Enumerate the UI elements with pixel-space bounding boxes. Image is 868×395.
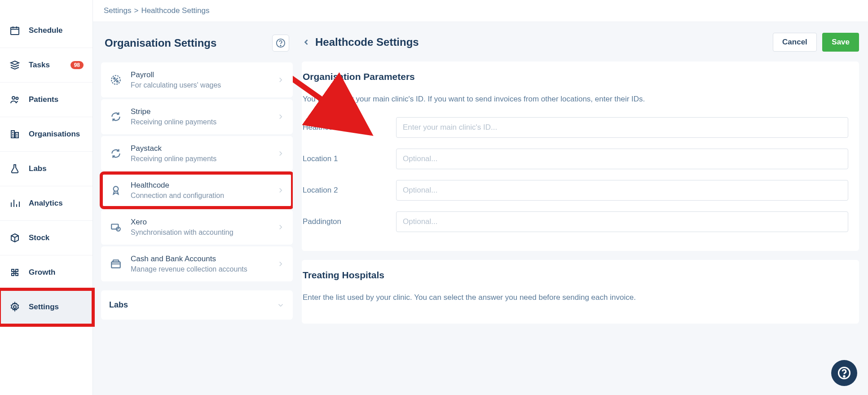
main: Settings > Healthcode Settings Organisat… bbox=[93, 0, 868, 395]
badge-icon bbox=[109, 184, 123, 197]
settings-card-paystack[interactable]: Paystack Receiving online payments bbox=[101, 136, 293, 171]
card-title: Healthcode bbox=[131, 181, 277, 190]
card-title: Payroll bbox=[131, 70, 277, 79]
breadcrumb-sep: > bbox=[134, 6, 138, 15]
card-subtitle: Connection and configuration bbox=[131, 192, 277, 200]
sidebar-item-tasks[interactable]: Tasks 98 bbox=[0, 48, 93, 83]
help-fab[interactable] bbox=[831, 360, 857, 386]
panel-hint: You must enter your main clinic's ID. If… bbox=[303, 95, 848, 104]
tasks-badge: 98 bbox=[70, 61, 84, 69]
breadcrumb: Settings > Healthcode Settings bbox=[93, 0, 868, 22]
refresh-icon bbox=[109, 147, 123, 160]
settings-card-cash-bank[interactable]: Cash and Bank Accounts Manage revenue co… bbox=[101, 246, 293, 281]
refresh-icon bbox=[109, 110, 123, 123]
sidebar-item-label: Settings bbox=[29, 303, 59, 312]
card-title: Stripe bbox=[131, 107, 277, 116]
sidebar-item-label: Tasks bbox=[29, 61, 50, 70]
panel-heading: Organisation Parameters bbox=[302, 61, 859, 86]
page-title: Healthcode Settings bbox=[315, 36, 419, 48]
panel-heading: Treating Hospitals bbox=[302, 260, 859, 284]
wallet-icon bbox=[109, 257, 123, 271]
people-icon bbox=[9, 94, 21, 105]
sidebar-item-label: Schedule bbox=[29, 26, 63, 35]
save-button[interactable]: Save bbox=[822, 33, 859, 52]
card-subtitle: Receiving online payments bbox=[131, 118, 277, 126]
sidebar-item-label: Analytics bbox=[29, 199, 63, 208]
settings-card-xero[interactable]: Xero Synchronisation with accounting bbox=[101, 210, 293, 245]
field-label: Location 1 bbox=[303, 154, 396, 163]
sidebar-item-analytics[interactable]: Analytics bbox=[0, 186, 93, 221]
settings-card-healthcode[interactable]: Healthcode Connection and configuration bbox=[101, 173, 293, 208]
org-settings-title: Organisation Settings bbox=[105, 37, 216, 49]
sidebar-item-label: Organisations bbox=[29, 130, 80, 139]
calendar-icon bbox=[9, 25, 21, 36]
percent-icon bbox=[109, 73, 123, 87]
sidebar-item-organisations[interactable]: Organisations bbox=[0, 117, 93, 152]
field-label: Paddington bbox=[303, 217, 396, 226]
location-1-input[interactable] bbox=[396, 149, 848, 169]
chevron-right-icon bbox=[277, 76, 285, 84]
card-title: Cash and Bank Accounts bbox=[131, 255, 277, 263]
chevron-right-icon bbox=[277, 260, 285, 268]
stack-icon bbox=[9, 59, 21, 71]
svg-point-1 bbox=[12, 97, 15, 99]
section-labs[interactable]: Labs bbox=[101, 290, 293, 320]
sidebar-item-label: Growth bbox=[29, 268, 56, 277]
chevron-right-icon bbox=[277, 223, 285, 231]
field-label: Location 2 bbox=[303, 186, 396, 195]
box-icon bbox=[9, 232, 21, 244]
svg-point-5 bbox=[13, 306, 16, 308]
svg-point-2 bbox=[16, 97, 18, 100]
sidebar-item-label: Patients bbox=[29, 95, 58, 104]
card-subtitle: For calculating users' wages bbox=[131, 81, 277, 89]
svg-rect-12 bbox=[111, 224, 118, 229]
chevron-right-icon bbox=[277, 113, 285, 121]
panel-organisation-parameters: Organisation Parameters You must enter y… bbox=[302, 61, 859, 251]
sidebar-item-settings[interactable]: Settings bbox=[0, 290, 93, 325]
sidebar-item-growth[interactable]: Growth bbox=[0, 255, 93, 290]
puzzle-icon bbox=[9, 267, 21, 278]
svg-rect-0 bbox=[11, 27, 19, 35]
settings-card-stripe[interactable]: Stripe Receiving online payments bbox=[101, 99, 293, 134]
location-2-input[interactable] bbox=[396, 180, 848, 201]
healthcode-id-input[interactable] bbox=[396, 117, 848, 138]
sidebar-item-patients[interactable]: Patients bbox=[0, 83, 93, 117]
field-label: Healthcode ID bbox=[303, 123, 396, 132]
card-title: Paystack bbox=[131, 144, 277, 153]
card-subtitle: Synchronisation with accounting bbox=[131, 228, 277, 237]
card-title: Xero bbox=[131, 218, 277, 227]
sidebar-item-label: Labs bbox=[29, 164, 47, 173]
svg-rect-14 bbox=[111, 262, 120, 268]
chevron-right-icon bbox=[277, 149, 285, 158]
paddington-input[interactable] bbox=[396, 211, 848, 232]
cancel-button[interactable]: Cancel bbox=[773, 33, 817, 52]
svg-point-17 bbox=[844, 376, 845, 377]
svg-point-11 bbox=[114, 186, 119, 191]
card-subtitle: Manage revenue collection accounts bbox=[131, 265, 277, 273]
settings-list-column: Organisation Settings Payroll For calcul… bbox=[93, 22, 293, 395]
flask-icon bbox=[9, 163, 21, 175]
breadcrumb-current: Healthcode Settings bbox=[141, 6, 209, 15]
sidebar-item-labs[interactable]: Labs bbox=[0, 152, 93, 186]
chevron-right-icon bbox=[277, 186, 285, 194]
panel-hint: Enter the list used by your clinic. You … bbox=[303, 293, 848, 302]
sidebar-item-stock[interactable]: Stock bbox=[0, 221, 93, 255]
bar-chart-icon bbox=[9, 198, 21, 209]
sync-icon bbox=[109, 220, 123, 234]
chevron-down-icon bbox=[277, 301, 285, 309]
gear-icon bbox=[9, 301, 21, 313]
panel-treating-hospitals: Treating Hospitals Enter the list used b… bbox=[302, 260, 859, 324]
section-labs-label: Labs bbox=[109, 300, 128, 310]
svg-point-10 bbox=[117, 81, 118, 82]
building-icon bbox=[9, 128, 21, 140]
sidebar: Schedule Tasks 98 Patients Organisations bbox=[0, 0, 93, 395]
breadcrumb-root[interactable]: Settings bbox=[104, 6, 131, 15]
sidebar-item-label: Stock bbox=[29, 233, 49, 242]
settings-card-payroll[interactable]: Payroll For calculating users' wages bbox=[101, 62, 293, 97]
help-button[interactable] bbox=[272, 35, 289, 52]
svg-rect-4 bbox=[15, 132, 18, 138]
sidebar-item-schedule[interactable]: Schedule bbox=[0, 13, 93, 48]
svg-point-9 bbox=[114, 78, 115, 79]
settings-detail-column: Healthcode Settings Cancel Save Organisa… bbox=[293, 22, 868, 395]
back-button[interactable] bbox=[302, 38, 311, 47]
